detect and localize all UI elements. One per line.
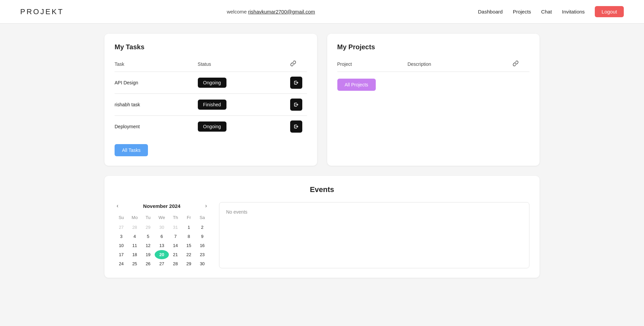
calendar-day-cell[interactable]: 20 (155, 250, 168, 259)
table-row: API Design Ongoing (115, 72, 307, 94)
task-name: API Design (115, 72, 198, 94)
table-row: Deployment Ongoing (115, 116, 307, 138)
calendar-day-cell[interactable]: 21 (169, 250, 182, 259)
task-link-button[interactable] (290, 99, 302, 111)
col-task-header: Task (115, 58, 198, 72)
nav-invitations[interactable]: Invitations (562, 9, 585, 15)
main-content: My Tasks Task Status API Design Ongoing (0, 24, 644, 288)
logout-button[interactable]: Logout (595, 6, 624, 17)
calendar-header: ‹ November 2024 › (115, 202, 209, 210)
col-project-header: Project (337, 58, 408, 72)
calendar-week-row: 17181920212223 (115, 250, 209, 259)
calendar-day-cell[interactable]: 28 (128, 223, 142, 232)
calendar-day-cell[interactable]: 19 (142, 250, 155, 259)
calendar-week-row: 24252627282930 (115, 259, 209, 268)
all-projects-button[interactable]: All Projects (337, 79, 376, 91)
calendar-next-button[interactable]: › (203, 202, 209, 210)
calendar-grid: SuMoTuWeThFrSa 2728293031123456789101112… (115, 215, 209, 268)
calendar-day-cell[interactable]: 11 (128, 241, 142, 250)
welcome-text: welcome rishavkumar2700@gmail.com (227, 9, 315, 15)
header: PROJEKT welcome rishavkumar2700@gmail.co… (0, 0, 644, 24)
calendar-day-cell[interactable]: 27 (155, 259, 168, 268)
calendar-day-cell[interactable]: 28 (169, 259, 182, 268)
nav-projects[interactable]: Projects (513, 9, 531, 15)
calendar-day-cell[interactable]: 31 (169, 223, 182, 232)
calendar-day-cell[interactable]: 17 (115, 250, 128, 259)
calendar-day-cell[interactable]: 22 (182, 250, 195, 259)
user-email[interactable]: rishavkumar2700@gmail.com (248, 9, 315, 15)
calendar-day-cell[interactable]: 25 (128, 259, 142, 268)
calendar-day-cell[interactable]: 6 (155, 232, 168, 241)
task-name: rishabh task (115, 94, 198, 116)
calendar-day-cell[interactable]: 3 (115, 232, 128, 241)
calendar-day-label: Mo (128, 215, 142, 223)
calendar: ‹ November 2024 › SuMoTuWeThFrSa 2728293… (115, 202, 209, 268)
calendar-month-label: November 2024 (143, 203, 181, 209)
tasks-table: Task Status API Design Ongoing rishabh t… (115, 58, 307, 137)
tasks-panel: My Tasks Task Status API Design Ongoing (104, 34, 317, 166)
calendar-prev-button[interactable]: ‹ (115, 202, 120, 210)
logo: PROJEKT (20, 7, 64, 16)
calendar-day-cell[interactable]: 18 (128, 250, 142, 259)
calendar-day-cell[interactable]: 23 (195, 250, 209, 259)
col-status-header: Status (198, 58, 290, 72)
calendar-day-label: Sa (195, 215, 209, 223)
projects-table: Project Description (337, 58, 530, 72)
nav-dashboard[interactable]: Dashboard (478, 9, 502, 15)
calendar-week-row: 3456789 (115, 232, 209, 241)
calendar-day-cell[interactable]: 27 (115, 223, 128, 232)
calendar-day-cell[interactable]: 15 (182, 241, 195, 250)
calendar-day-cell[interactable]: 1 (182, 223, 195, 232)
table-row: rishabh task Finished (115, 94, 307, 116)
calendar-day-label: Tu (142, 215, 155, 223)
col-proj-link-header (513, 58, 529, 72)
calendar-day-cell[interactable]: 12 (142, 241, 155, 250)
task-name: Deployment (115, 116, 198, 138)
task-status: Finished (198, 94, 290, 116)
nav-chat[interactable]: Chat (541, 9, 552, 15)
col-description-header: Description (407, 58, 513, 72)
task-link-button[interactable] (290, 77, 302, 89)
projects-panel-title: My Projects (337, 43, 530, 51)
calendar-day-cell[interactable]: 13 (155, 241, 168, 250)
events-title: Events (115, 185, 529, 194)
tasks-panel-title: My Tasks (115, 43, 307, 51)
calendar-day-cell[interactable]: 5 (142, 232, 155, 241)
calendar-day-label: Fr (182, 215, 195, 223)
task-link-button[interactable] (290, 120, 302, 133)
calendar-day-cell[interactable]: 8 (182, 232, 195, 241)
calendar-day-label: Su (115, 215, 128, 223)
calendar-week-row: 272829303112 (115, 223, 209, 232)
calendar-day-cell[interactable]: 29 (182, 259, 195, 268)
calendar-day-cell[interactable]: 10 (115, 241, 128, 250)
calendar-day-label: We (155, 215, 168, 223)
calendar-day-cell[interactable]: 24 (115, 259, 128, 268)
calendar-day-cell[interactable]: 9 (195, 232, 209, 241)
calendar-day-cell[interactable]: 14 (169, 241, 182, 250)
calendar-day-cell[interactable]: 7 (169, 232, 182, 241)
nav: Dashboard Projects Chat Invitations Logo… (478, 6, 624, 17)
top-panels: My Tasks Task Status API Design Ongoing (104, 34, 540, 166)
task-link-cell (290, 72, 307, 94)
calendar-day-label: Th (169, 215, 182, 223)
calendar-week-row: 10111213141516 (115, 241, 209, 250)
task-status: Ongoing (198, 72, 290, 94)
calendar-day-cell[interactable]: 4 (128, 232, 142, 241)
calendar-day-cell[interactable]: 30 (155, 223, 168, 232)
calendar-day-cell[interactable]: 26 (142, 259, 155, 268)
no-events-text: No events (226, 209, 247, 215)
no-events-box: No events (219, 202, 529, 268)
task-link-cell (290, 116, 307, 138)
task-status: Ongoing (198, 116, 290, 138)
events-panel: Events ‹ November 2024 › SuMoTuWeThFrSa … (104, 176, 540, 278)
all-tasks-button[interactable]: All Tasks (115, 144, 148, 156)
projects-panel: My Projects Project Description All Proj… (327, 34, 540, 166)
calendar-day-cell[interactable]: 30 (195, 259, 209, 268)
col-link-header (290, 58, 307, 72)
events-content: ‹ November 2024 › SuMoTuWeThFrSa 2728293… (115, 202, 529, 268)
task-link-cell (290, 94, 307, 116)
calendar-day-cell[interactable]: 29 (142, 223, 155, 232)
welcome-prefix: welcome (227, 9, 248, 15)
calendar-day-cell[interactable]: 16 (195, 241, 209, 250)
calendar-day-cell[interactable]: 2 (195, 223, 209, 232)
